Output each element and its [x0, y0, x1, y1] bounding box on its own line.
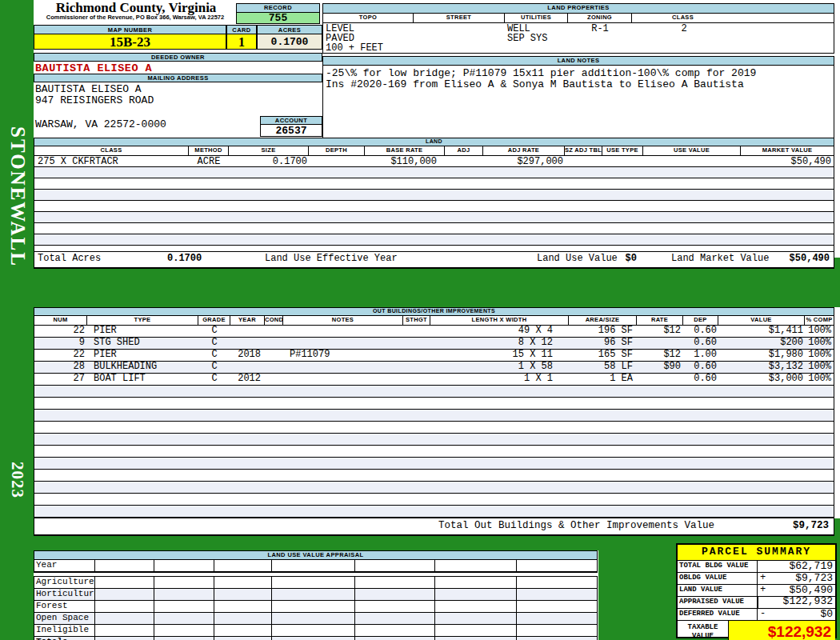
empty-cell [355, 601, 435, 612]
out-buildings-total-label: Total Out Buildings & Other Improvements… [438, 518, 714, 533]
empty-cell [214, 601, 272, 612]
ob-cond [265, 362, 283, 373]
empty-cell [272, 577, 355, 588]
summary-op: - [758, 609, 768, 620]
ob-area: 96 SF [569, 338, 637, 349]
empty-cell [272, 589, 355, 600]
ob-cond [265, 374, 283, 385]
topo-value-3: 100 + FEET [326, 42, 383, 54]
ob-type: PIER [87, 350, 198, 361]
ob-comp: 100% [805, 350, 834, 361]
ob-area: 58 LF [569, 362, 637, 373]
column-header: VALUE [718, 316, 805, 325]
empty-row [34, 212, 834, 223]
empty-row [34, 494, 834, 506]
ob-notes [283, 338, 403, 349]
empty-cell [214, 613, 272, 624]
spacer [34, 246, 834, 251]
column-header-zoning: ZONING [568, 14, 632, 22]
ob-notes [283, 362, 403, 373]
ob-sthgt [403, 374, 430, 385]
ob-notes [283, 374, 403, 385]
empty-cell [95, 613, 154, 624]
ob-grade: C [198, 350, 230, 361]
summary-row: TOTAL BLDG VALUE $62,719 [678, 561, 835, 573]
ob-dep: 0.60 [683, 374, 718, 385]
ob-dep: 0.60 [683, 338, 718, 349]
county-title: Richmond County, Virginia [40, 0, 232, 14]
empty-cell [435, 560, 517, 571]
empty-cell [517, 625, 597, 636]
ob-sthgt [403, 326, 430, 337]
summary-label: APPRAISED VALUE [678, 597, 758, 608]
empty-cell [214, 637, 272, 640]
empty-cell [214, 560, 272, 571]
empty-cell [435, 637, 517, 640]
ob-rate: $12 [637, 326, 683, 337]
ob-notes: P#11079 [283, 350, 403, 361]
column-header: COND [265, 316, 283, 325]
empty-cell [154, 613, 214, 624]
ob-value: $200 [718, 338, 805, 349]
empty-cell [517, 589, 597, 600]
column-header: NUM [34, 316, 87, 325]
empty-cell [272, 613, 355, 624]
parcel-summary-title: PARCEL SUMMARY [678, 545, 835, 561]
empty-row [34, 470, 834, 482]
empty-cell [95, 589, 154, 600]
ob-type: PIER [87, 326, 198, 337]
ob-type: BOAT LIFT [87, 374, 198, 385]
ob-cond [265, 350, 283, 361]
empty-cell [517, 637, 597, 640]
land-market-value: $50,490 [738, 156, 831, 167]
ob-sthgt [403, 362, 430, 373]
empty-row [34, 506, 834, 518]
luva-row-label: Year [34, 560, 95, 571]
taxable-value-amount: $122,932 [729, 621, 835, 640]
record-value: 755 [236, 12, 320, 24]
column-header: USE VALUE [643, 146, 741, 155]
ob-sthgt [403, 350, 430, 361]
empty-row [34, 223, 834, 234]
empty-cell [272, 560, 355, 571]
summary-label: DEFERRED VALUE [678, 609, 758, 620]
deeded-owner-name: BAUTISTA ELISEO A [35, 62, 152, 74]
empty-cell [355, 560, 435, 571]
empty-cell [272, 601, 355, 612]
ob-rate: $12 [637, 350, 683, 361]
land-notes-line-1: -25\% for low bridge; P#11079 15x11 pier… [326, 67, 756, 79]
empty-cell [435, 589, 517, 600]
class-value: 2 [632, 23, 736, 34]
ob-num: 27 [34, 374, 87, 385]
taxable-value-label: TAXABLE VALUE [678, 621, 729, 640]
empty-cell [435, 613, 517, 624]
ob-value: $1,411 [718, 326, 805, 337]
column-header: DEP [683, 316, 718, 325]
ob-area: 196 SF [569, 326, 637, 337]
empty-cell [355, 613, 435, 624]
empty-cell [355, 589, 435, 600]
empty-cell [517, 577, 597, 588]
column-header-class: CLASS [632, 14, 834, 22]
column-header-topo: TOPO [323, 14, 414, 22]
column-header: AREA/SIZE [569, 316, 637, 325]
land-use-appraisal-title: LAND USE VALUE APPRAISAL [34, 550, 598, 560]
summary-value: $50,490 [768, 585, 835, 596]
taxable-value-row: TAXABLE VALUE $122,932 [678, 621, 835, 640]
land-use-effective-year-label: Land Use Effective Year [265, 252, 398, 266]
empty-row [34, 201, 834, 212]
land-notes-line-2: Ins #2020-169 from Eliseo A & Sonya M Ba… [326, 78, 744, 90]
column-header: BASE RATE [365, 146, 445, 155]
parcel-summary: PARCEL SUMMARY TOTAL BLDG VALUE $62,719 … [676, 543, 837, 638]
mailing-line-3: WARSAW, VA 22572-0000 [35, 118, 166, 130]
empty-cell [435, 625, 517, 636]
total-acres-label: Total Acres [38, 252, 101, 266]
land-notes: LAND NOTES -25\% for low bridge; P#11079… [322, 56, 834, 140]
land-notes-title: LAND NOTES [322, 56, 834, 66]
empty-row [34, 234, 834, 246]
land-market-value-total: $50,490 [790, 252, 830, 266]
column-header: STHGT [403, 316, 430, 325]
top-section: Richmond County, Virginia Commissioner o… [34, 0, 840, 258]
empty-cell [517, 613, 597, 624]
out-buildings-table: OUT BUILDINGS/OTHER IMPROVEMENTS NUM TYP… [34, 307, 834, 536]
